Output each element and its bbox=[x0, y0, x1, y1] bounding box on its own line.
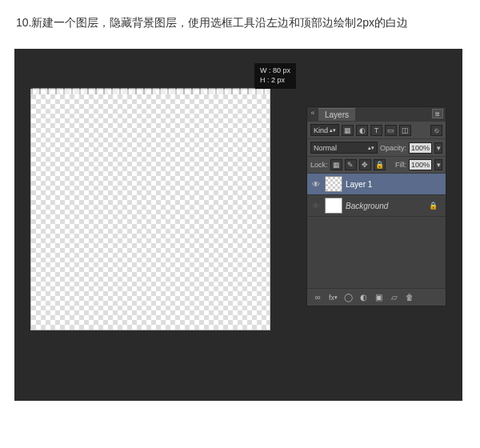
filter-adjust-icon[interactable]: ◐ bbox=[356, 125, 368, 136]
visibility-icon[interactable]: 👁 bbox=[310, 202, 322, 210]
lock-transparent-icon[interactable]: ▦ bbox=[330, 159, 342, 170]
trash-icon[interactable]: 🗑 bbox=[403, 292, 415, 302]
panel-menu-icon[interactable]: ≡ bbox=[432, 109, 443, 118]
opacity-dropdown-icon[interactable]: ▾ bbox=[434, 142, 442, 154]
lock-label: Lock: bbox=[310, 161, 328, 169]
fill-value[interactable]: 100% bbox=[409, 159, 432, 170]
lock-position-icon[interactable]: ✥ bbox=[359, 159, 371, 170]
visibility-icon[interactable]: 👁 bbox=[310, 180, 322, 189]
opacity-label: Opacity: bbox=[380, 144, 406, 152]
panel-title[interactable]: Layers bbox=[318, 108, 355, 121]
opacity-value[interactable]: 100% bbox=[409, 142, 432, 154]
link-layers-icon[interactable]: ∞ bbox=[311, 292, 324, 302]
layer-thumbnail[interactable] bbox=[325, 198, 342, 214]
lock-icon: 🔒 bbox=[429, 202, 442, 210]
filter-shape-icon[interactable]: ▭ bbox=[385, 125, 397, 136]
layer-list: 👁 Layer 1 👁 Background 🔒 bbox=[307, 174, 446, 289]
tooltip-height: H : 2 px bbox=[260, 76, 290, 86]
fill-dropdown-icon[interactable]: ▾ bbox=[434, 159, 442, 170]
filter-toggle[interactable]: ⎋ bbox=[430, 125, 442, 136]
new-layer-icon[interactable]: ▱ bbox=[388, 292, 400, 302]
layer-name[interactable]: Layer 1 bbox=[346, 180, 372, 189]
layers-panel: « Layers ≡ Kind ▴▾ ▦ ◐ T ▭ ◫ ⎋ Normal ▴ bbox=[306, 106, 446, 306]
filter-type-icon[interactable]: T bbox=[370, 125, 382, 136]
adjustment-icon[interactable]: ◐ bbox=[358, 292, 370, 302]
filter-kind-select[interactable]: Kind ▴▾ bbox=[310, 124, 339, 136]
fx-icon[interactable]: fx▾ bbox=[327, 292, 339, 302]
lock-row: Lock: ▦ ✎ ✥ 🔒 Fill: 100% ▾ bbox=[307, 157, 446, 174]
layer-thumbnail[interactable] bbox=[325, 176, 342, 192]
selection-size-tooltip: W : 80 px H : 2 px bbox=[254, 63, 296, 88]
filter-smart-icon[interactable]: ◫ bbox=[399, 125, 411, 136]
blend-mode-select[interactable]: Normal ▴▾ bbox=[310, 142, 378, 154]
layer-row-layer1[interactable]: 👁 Layer 1 bbox=[307, 174, 446, 195]
panel-footer: ∞ fx▾ ◯ ◐ ▣ ▱ 🗑 bbox=[307, 289, 446, 306]
filter-pixel-icon[interactable]: ▦ bbox=[342, 125, 354, 136]
blend-row: Normal ▴▾ Opacity: 100% ▾ bbox=[307, 139, 446, 157]
collapse-icon[interactable]: « bbox=[310, 110, 316, 116]
mask-icon[interactable]: ◯ bbox=[342, 292, 354, 302]
panel-header: « Layers ≡ bbox=[307, 107, 446, 122]
tooltip-width: W : 80 px bbox=[260, 66, 290, 76]
canvas[interactable] bbox=[30, 89, 270, 330]
layer-list-empty bbox=[307, 217, 446, 289]
layer-name[interactable]: Background bbox=[346, 202, 388, 210]
instruction-text: 10.新建一个图层，隐藏背景图层，使用选框工具沿左边和顶部边绘制2px的白边 bbox=[0, 0, 480, 41]
lock-pixels-icon[interactable]: ✎ bbox=[345, 159, 357, 170]
group-icon[interactable]: ▣ bbox=[373, 292, 385, 302]
layer-row-background[interactable]: 👁 Background 🔒 bbox=[307, 195, 446, 217]
lock-all-icon[interactable]: 🔒 bbox=[374, 159, 386, 170]
fill-label: Fill: bbox=[395, 161, 406, 169]
workspace: W : 80 px H : 2 px « Layers ≡ Kind ▴▾ ▦ … bbox=[14, 49, 462, 401]
filter-row: Kind ▴▾ ▦ ◐ T ▭ ◫ ⎋ bbox=[307, 122, 446, 139]
